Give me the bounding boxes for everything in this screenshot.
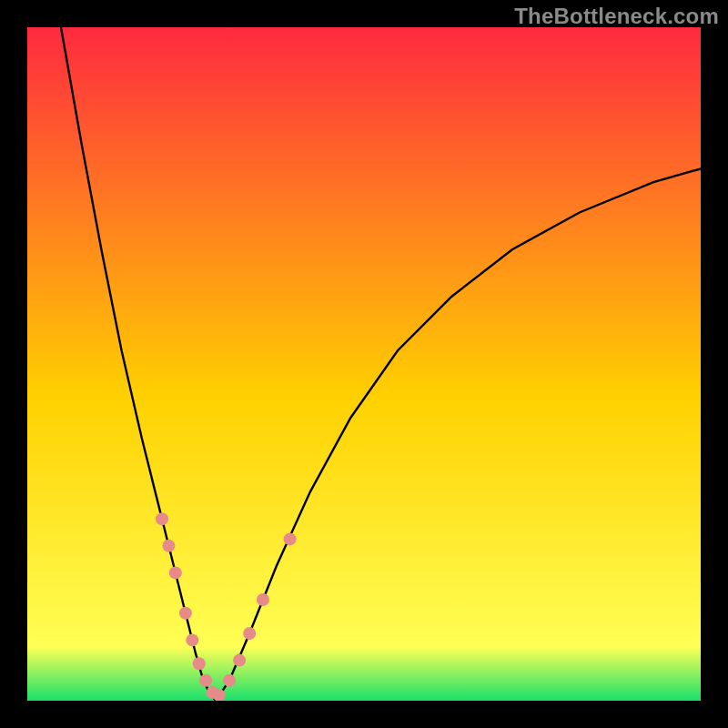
curve-layer [27,27,701,701]
data-marker [257,593,269,606]
marker-group [156,512,297,701]
curve-left [61,27,216,701]
data-marker [243,627,256,640]
watermark-text: TheBottleneck.com [514,4,719,29]
data-marker [156,512,168,525]
data-marker [193,657,206,670]
data-marker [169,566,182,579]
chart-container: TheBottleneck.com [0,0,728,728]
data-marker [179,607,192,620]
data-marker [186,633,198,646]
curve-right [216,168,701,701]
data-marker [199,674,212,687]
data-marker [223,674,236,687]
data-marker [284,532,297,545]
data-marker [162,540,175,552]
data-marker [233,654,246,667]
plot-area [27,27,701,701]
